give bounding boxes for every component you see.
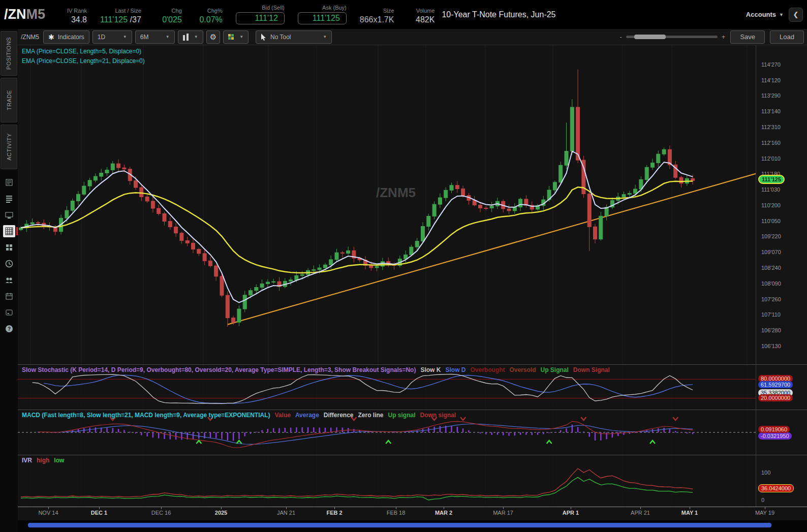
quote-field-value: 482K bbox=[416, 15, 434, 24]
chart-scrollbar[interactable] bbox=[18, 520, 807, 532]
zoom-in-button[interactable]: + bbox=[722, 33, 726, 41]
save-button[interactable]: Save bbox=[730, 30, 765, 44]
chevron-down-icon: ▼ bbox=[779, 12, 784, 17]
time-axis-label: 2025 bbox=[215, 510, 227, 516]
sidebar-tab-activity[interactable]: ACTIVITY bbox=[1, 124, 17, 169]
price-axis-label: 109'070 bbox=[761, 249, 781, 255]
price-axis[interactable]: 114'270114'120113'290113'140112'310112'1… bbox=[756, 45, 807, 364]
zoom-control: - + bbox=[620, 33, 726, 41]
last-price-badge: 111'125 bbox=[758, 175, 785, 184]
sidebar-tab-trade[interactable]: TRADE bbox=[1, 78, 17, 122]
zoom-slider[interactable] bbox=[626, 36, 718, 38]
chart-type-dropdown[interactable]: ▼ bbox=[178, 30, 203, 44]
contract-description: 10-Year T-Note Futures, Jun-25 bbox=[442, 10, 555, 19]
drawing-tool-dropdown[interactable]: No Tool ▼ bbox=[256, 30, 332, 44]
ivr-legend-item: high bbox=[37, 457, 49, 464]
quote-field-label: IV Rank bbox=[67, 8, 87, 14]
time-axis-label: MAR 2 bbox=[435, 510, 452, 516]
pattern-tool-dropdown[interactable]: ▼ bbox=[223, 30, 249, 44]
people-icon[interactable] bbox=[3, 274, 15, 286]
price-axis-label: 114'120 bbox=[761, 77, 781, 83]
time-axis-label: MAR 17 bbox=[493, 510, 513, 516]
ivr-pane: IVRhighlow 100036.0424000 bbox=[18, 455, 807, 507]
macd-axis[interactable]: -0.03219500.0919060 bbox=[756, 410, 807, 455]
window-icon[interactable] bbox=[3, 306, 15, 319]
quote-field-value-boxed[interactable]: 111'12 bbox=[236, 12, 285, 24]
time-axis-tick bbox=[640, 507, 641, 509]
help-icon[interactable]: ? bbox=[3, 323, 15, 335]
chevron-down-icon: ▼ bbox=[123, 35, 127, 39]
quote-field-label: Bid (Sell) bbox=[262, 5, 285, 11]
time-axis-tick bbox=[444, 507, 444, 509]
time-axis-tick bbox=[99, 507, 100, 509]
pattern-grid-icon bbox=[228, 34, 234, 40]
time-axis-tick bbox=[396, 507, 396, 509]
macd-plot[interactable]: MACD (Fast length=8, Slow length=21, MAC… bbox=[18, 410, 756, 455]
price-axis-label: 106'280 bbox=[761, 327, 781, 333]
stochastic-axis[interactable]: 80.000000061.592970035.338200020.0000000 bbox=[756, 365, 807, 410]
collapse-panel-button[interactable]: ❮ bbox=[789, 8, 803, 22]
ivr-axis[interactable]: 100036.0424000 bbox=[756, 455, 807, 507]
price-axis-label: 110'200 bbox=[761, 202, 781, 208]
quote-field-label: Last / Size bbox=[115, 8, 141, 14]
candlestick-icon bbox=[183, 34, 189, 41]
grid-chart-icon[interactable] bbox=[3, 225, 15, 237]
price-axis-label: 110'050 bbox=[761, 218, 781, 224]
price-axis-label: 113'140 bbox=[761, 108, 781, 114]
macd-legend-item: Average bbox=[295, 412, 319, 419]
time-axis-label: MAY 19 bbox=[755, 510, 774, 516]
quote-field-label: Size bbox=[383, 8, 394, 14]
time-axis[interactable]: NOV 14DEC 1DEC 162025JAN 21FEB 2FEB 18MA… bbox=[18, 507, 807, 520]
stochastic-legend-item: Oversold bbox=[509, 366, 536, 373]
quote-field-label: Chg% bbox=[207, 8, 223, 14]
load-button[interactable]: Load bbox=[770, 30, 804, 44]
chevron-down-icon: ▼ bbox=[194, 35, 198, 39]
zoom-out-button[interactable]: - bbox=[620, 33, 622, 41]
symbol-root: /ZN bbox=[4, 7, 26, 22]
studies-icon: ✱ bbox=[48, 33, 54, 41]
time-axis-label: FEB 18 bbox=[387, 510, 406, 516]
calendar-icon[interactable] bbox=[3, 290, 15, 302]
indicators-button[interactable]: ✱ Indicators bbox=[43, 30, 89, 44]
scrollbar-thumb[interactable] bbox=[28, 523, 771, 527]
price-axis-label: 108'090 bbox=[761, 280, 781, 287]
ivr-plot[interactable]: IVRhighlow bbox=[18, 455, 756, 507]
monitor-icon[interactable] bbox=[3, 209, 15, 221]
timeframe-dropdown[interactable]: 1D▼ bbox=[92, 30, 132, 44]
study-labels: EMA (Price=CLOSE, Length=5, Displace=0) … bbox=[22, 48, 145, 67]
sidebar-tab-positions[interactable]: POSITIONS bbox=[1, 31, 17, 76]
price-plot[interactable]: EMA (Price=CLOSE, Length=5, Displace=0) … bbox=[18, 45, 756, 364]
range-value: 6M bbox=[140, 34, 149, 41]
zoom-slider-thumb[interactable] bbox=[634, 35, 666, 39]
time-axis-label: NOV 14 bbox=[38, 510, 58, 516]
quote-field-value: 34.8 bbox=[71, 15, 87, 24]
news-icon[interactable] bbox=[3, 176, 15, 189]
quote-field-value-boxed[interactable]: 111'125 bbox=[298, 12, 347, 24]
accounts-label: Accounts bbox=[746, 11, 776, 18]
ivr-title: IVR bbox=[22, 457, 32, 464]
time-axis-tick bbox=[48, 507, 49, 509]
stochastic-legend-item: Down Signal bbox=[573, 366, 610, 373]
chart-settings-button[interactable]: ⚙ bbox=[206, 30, 220, 44]
stochastic-legend-item: Overbought bbox=[470, 366, 505, 373]
stochastic-plot[interactable]: Slow Stochastic (K Period=14, D Period=9… bbox=[18, 365, 756, 410]
range-dropdown[interactable]: 6M▼ bbox=[135, 30, 175, 44]
macd-legend-item: Down signal bbox=[420, 412, 456, 419]
tiles-icon[interactable] bbox=[3, 241, 15, 254]
stochastic-value-badge: 61.5929700 bbox=[758, 381, 793, 388]
time-axis-label: MAY 1 bbox=[681, 510, 698, 516]
indicators-label: Indicators bbox=[58, 34, 84, 41]
svg-text:?: ? bbox=[7, 326, 10, 332]
rows-icon[interactable] bbox=[3, 193, 15, 205]
stochastic-legend-item: Up Signal bbox=[541, 366, 569, 373]
quote-field: Last / Size111'125 /37 bbox=[100, 8, 141, 24]
accounts-menu[interactable]: Accounts ▼ bbox=[746, 11, 784, 18]
history-icon[interactable] bbox=[3, 258, 15, 270]
ivr-value-badge: 36.0424000 bbox=[758, 484, 794, 492]
macd-legend-item: Value bbox=[275, 412, 291, 419]
stochastic-pane: Slow Stochastic (K Period=14, D Period=9… bbox=[18, 365, 807, 410]
stochastic-title: Slow Stochastic (K Period=14, D Period=9… bbox=[22, 366, 416, 373]
symbol-title: /ZNM5 bbox=[4, 7, 45, 22]
stochastic-legend-item: Slow D bbox=[445, 366, 465, 373]
sidebar-tabs: POSITIONSTRADEACTIVITY bbox=[1, 29, 17, 169]
